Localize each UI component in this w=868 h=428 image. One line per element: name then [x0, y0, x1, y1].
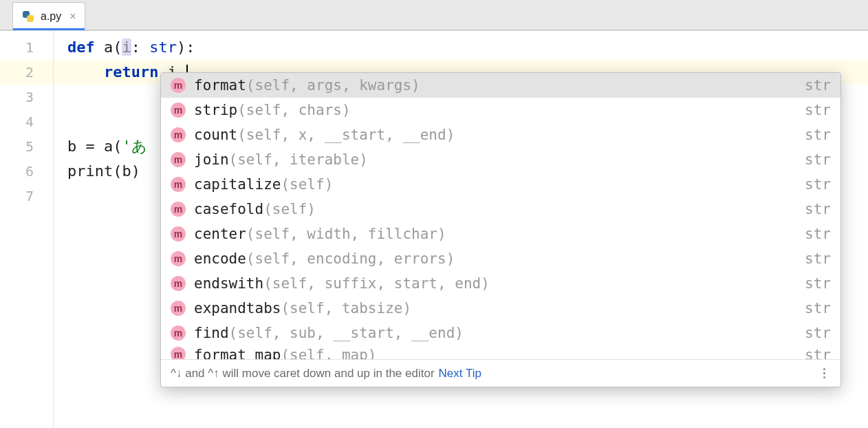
completion-name: encode: [194, 250, 246, 267]
line-number[interactable]: 7: [0, 184, 53, 208]
completion-params: (self, x, __start, __end): [237, 127, 455, 143]
tab-bar: a.py ×: [0, 0, 868, 30]
completion-item[interactable]: m center(self, width, fillchar) str: [161, 222, 840, 246]
completion-item[interactable]: m format_map(self, map) str: [161, 345, 840, 359]
method-kind-icon: m: [171, 301, 186, 316]
kw-def: def: [67, 39, 104, 56]
method-kind-icon: m: [171, 251, 186, 266]
paren: (: [113, 162, 122, 180]
code-line[interactable]: def a(i: str):: [54, 35, 868, 60]
line-number[interactable]: 6: [0, 159, 53, 184]
completion-item[interactable]: m find(self, sub, __start, __end) str: [161, 321, 840, 345]
completion-item[interactable]: m capitalize(self) str: [161, 172, 840, 197]
completion-name: format: [194, 77, 246, 94]
param-name: i: [122, 39, 131, 56]
completion-params: (self): [263, 201, 316, 217]
completion-return-type: str: [805, 201, 831, 217]
kw-return: return: [104, 63, 168, 81]
completion-return-type: str: [805, 127, 831, 143]
python-file-icon: [21, 10, 35, 23]
completion-return-type: str: [805, 226, 831, 242]
more-options-icon[interactable]: [817, 367, 831, 381]
completion-return-type: str: [805, 275, 831, 292]
completion-params: (self, encoding, errors): [246, 250, 455, 267]
completion-params: (self, map): [281, 347, 376, 359]
completion-return-type: str: [805, 151, 831, 168]
completion-params: (self, suffix, start, end): [263, 275, 490, 292]
completion-footer: ^↓ and ^↑ will move caret down and up in…: [161, 359, 840, 387]
completion-item[interactable]: m count(self, x, __start, __end) str: [161, 122, 840, 147]
completion-params: (self): [281, 176, 333, 193]
line-number[interactable]: 4: [0, 109, 53, 134]
next-tip-link[interactable]: Next Tip: [439, 367, 481, 381]
completion-params: (self, sub, __start, __end): [229, 325, 464, 341]
completion-name: casefold: [194, 201, 263, 217]
completion-return-type: str: [805, 102, 831, 118]
fn-name: a: [104, 39, 113, 56]
method-kind-icon: m: [171, 152, 186, 167]
line-number[interactable]: 5: [0, 134, 53, 159]
completion-name: find: [194, 325, 229, 341]
completion-params: (self, iterable): [229, 151, 368, 168]
completion-name: center: [194, 226, 246, 242]
completion-params: (self, width, fillchar): [246, 226, 446, 242]
completion-item[interactable]: m expandtabs(self, tabsize) str: [161, 296, 840, 321]
line-number[interactable]: 1: [0, 35, 53, 60]
editor-tab[interactable]: a.py ×: [12, 2, 85, 30]
completion-list[interactable]: m format(self, args, kwargs) str m strip…: [161, 73, 840, 359]
completion-item[interactable]: m format(self, args, kwargs) str: [161, 73, 840, 98]
close-tab-icon[interactable]: ×: [69, 10, 76, 23]
completion-item[interactable]: m endswith(self, suffix, start, end) str: [161, 271, 840, 296]
method-kind-icon: m: [171, 226, 186, 242]
method-kind-icon: m: [171, 202, 186, 217]
completion-item[interactable]: m strip(self, chars) str: [161, 98, 840, 122]
completion-item[interactable]: m encode(self, encoding, errors) str: [161, 246, 840, 271]
method-kind-icon: m: [171, 347, 186, 359]
paren: ):: [177, 39, 195, 56]
code-area[interactable]: def a(i: str): return i. b = a('あ print(…: [54, 31, 868, 428]
completion-name: count: [194, 127, 237, 143]
assign: b = a(: [67, 138, 122, 155]
method-kind-icon: m: [171, 103, 186, 118]
completion-name: expandtabs: [194, 300, 281, 317]
completion-name: join: [194, 151, 229, 168]
gutter: 1 2 3 4 5 6 7: [0, 31, 54, 428]
completion-name: capitalize: [194, 176, 281, 193]
line-number[interactable]: 2: [0, 60, 53, 85]
builtin-call: print: [67, 162, 113, 180]
completion-params: (self, chars): [237, 102, 350, 118]
completion-name: format_map: [194, 347, 281, 359]
completion-params: (self, args, kwargs): [246, 77, 420, 94]
completion-return-type: str: [805, 77, 831, 94]
completion-item[interactable]: m casefold(self) str: [161, 197, 840, 222]
colon: :: [131, 39, 150, 56]
string-literal: 'あ: [122, 138, 147, 155]
completion-hint-text: ^↓ and ^↑ will move caret down and up in…: [171, 367, 435, 381]
editor: 1 2 3 4 5 6 7 def a(i: str): return i. b…: [0, 30, 868, 428]
completion-return-type: str: [805, 347, 831, 359]
tab-filename: a.py: [41, 10, 61, 23]
completion-return-type: str: [805, 250, 831, 267]
method-kind-icon: m: [171, 78, 186, 93]
method-kind-icon: m: [171, 276, 186, 291]
method-kind-icon: m: [171, 177, 186, 192]
completion-item[interactable]: m join(self, iterable) str: [161, 147, 840, 172]
paren: ): [131, 162, 140, 180]
paren: (: [113, 39, 122, 56]
completion-popup: m format(self, args, kwargs) str m strip…: [160, 72, 841, 387]
indent: [67, 63, 104, 81]
method-kind-icon: m: [171, 325, 186, 341]
type-hint: str: [149, 39, 177, 56]
completion-return-type: str: [805, 300, 831, 317]
completion-name: endswith: [194, 275, 263, 292]
method-kind-icon: m: [171, 127, 186, 142]
completion-name: strip: [194, 102, 237, 118]
completion-return-type: str: [805, 325, 831, 341]
arg: b: [122, 162, 131, 180]
line-number[interactable]: 3: [0, 85, 53, 109]
completion-params: (self, tabsize): [281, 300, 411, 317]
completion-return-type: str: [805, 176, 831, 193]
